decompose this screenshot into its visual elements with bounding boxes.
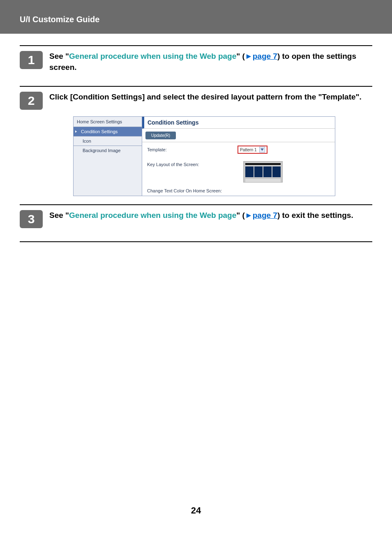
key-layout-label: Key Layout of the Screen:	[147, 161, 238, 183]
step-row: 1 See "General procedure when using the …	[20, 49, 372, 78]
page-number: 24	[20, 505, 372, 524]
step-3: 3 See "General procedure when using the …	[20, 204, 372, 233]
preview-bottombar	[245, 179, 281, 182]
step-text: Click [Condition Settings] and select th…	[49, 92, 362, 103]
screenshot: Home Screen Settings Condition Settings …	[73, 116, 335, 196]
text-prefix: See "	[49, 52, 69, 60]
link-page-ref[interactable]: page 7	[253, 52, 277, 60]
step-row: 2 Click [Condition Settings] and select …	[20, 89, 372, 115]
link-arrow-icon: ►	[245, 211, 253, 220]
pane-body: Template: Pattern 1 Key Layout of the Sc…	[142, 142, 335, 196]
svg-marker-0	[261, 148, 264, 151]
page-header: U/I Customize Guide	[0, 0, 392, 34]
preview-key	[245, 166, 254, 177]
text-prefix: See "	[49, 211, 69, 220]
template-dropdown-value: Pattern 1	[240, 148, 257, 152]
step-number: 3	[28, 212, 35, 226]
chevron-down-icon	[259, 147, 265, 153]
step-text: See "General procedure when using the We…	[49, 51, 372, 73]
template-row: Template: Pattern 1	[147, 146, 330, 154]
update-button-row: Update(R)	[142, 129, 335, 142]
divider	[20, 86, 372, 87]
preview-topbar	[245, 163, 281, 165]
sidebar-item-condition-settings[interactable]: Condition Settings	[74, 127, 142, 136]
text-mid: " (	[236, 211, 245, 220]
screenshot-figure: Home Screen Settings Condition Settings …	[73, 116, 335, 196]
step-number-box: 1	[20, 51, 43, 69]
step-number-box: 2	[20, 92, 43, 110]
preview-key	[272, 166, 281, 177]
sidebar-item-background-image[interactable]: Background Image	[74, 146, 142, 155]
step-2: 2 Click [Condition Settings] and select …	[20, 86, 372, 196]
template-label: Template:	[147, 147, 238, 152]
page-title: U/I Customize Guide	[20, 15, 392, 24]
step-text: See "General procedure when using the We…	[49, 210, 353, 221]
step-number-box: 3	[20, 210, 43, 228]
text-color-label: Change Text Color On Home Screen:	[147, 188, 222, 193]
divider	[20, 241, 372, 242]
link-procedure[interactable]: General procedure when using the Web pag…	[69, 52, 236, 60]
layout-preview-thumbnail	[243, 161, 283, 183]
text-suffix: ) to exit the settings.	[277, 211, 353, 220]
key-layout-row: Key Layout of the Screen:	[147, 161, 330, 183]
update-button[interactable]: Update(R)	[145, 132, 176, 139]
step-row: 3 See "General procedure when using the …	[20, 208, 372, 233]
template-dropdown[interactable]: Pattern 1	[238, 146, 267, 154]
link-page-ref[interactable]: page 7	[253, 211, 277, 220]
sidebar-heading: Home Screen Settings	[74, 117, 142, 127]
sidebar-item-icon[interactable]: Icon	[74, 136, 142, 146]
text-color-row: Change Text Color On Home Screen:	[147, 187, 222, 194]
divider	[20, 45, 372, 46]
step-number: 2	[28, 94, 35, 108]
divider	[20, 204, 372, 205]
link-arrow-icon: ►	[245, 52, 253, 60]
pane-title: Condition Settings	[142, 117, 335, 129]
preview-key	[263, 166, 272, 177]
preview-key	[254, 166, 263, 177]
preview-keyrow	[245, 166, 281, 177]
condition-settings-pane: Condition Settings Update(R) Template: P…	[142, 116, 335, 196]
step-number: 1	[28, 53, 35, 67]
sidebar: Home Screen Settings Condition Settings …	[73, 116, 142, 196]
link-procedure[interactable]: General procedure when using the Web pag…	[69, 211, 236, 220]
step-1: 1 See "General procedure when using the …	[20, 45, 372, 78]
text-mid: " (	[236, 52, 245, 60]
main-content: 1 See "General procedure when using the …	[0, 34, 392, 524]
